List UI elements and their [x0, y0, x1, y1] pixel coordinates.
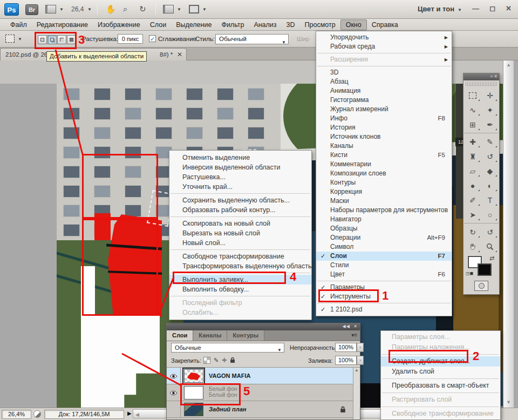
selection-menu-item-2[interactable]: Растушевка... [169, 172, 311, 182]
menubar-item-2[interactable]: Изображение [93, 20, 145, 30]
pen-tool[interactable]: ✐ [464, 193, 481, 207]
close-button[interactable]: ✕ [506, 4, 512, 12]
panel-collapse-icon[interactable]: » ✕ [464, 73, 499, 80]
style-dropdown[interactable]: Обычный ▼ [215, 34, 289, 44]
window-menu-item-6[interactable]: Абзац [316, 77, 452, 86]
selection-menu-item-18[interactable]: Последний фильтр [169, 298, 311, 308]
shape-tool[interactable]: ○ [481, 207, 499, 222]
layer-name[interactable]: Задний план [209, 406, 246, 412]
selection-menu-item-0[interactable]: Отменить выделение [169, 153, 311, 162]
clone-stamp-tool[interactable]: ♜ [464, 149, 481, 164]
selection-menu-item-10[interactable]: Новый слой... [169, 238, 311, 248]
blend-mode-dropdown[interactable]: Обычные ▼ [171, 343, 284, 353]
feather-input[interactable]: 0 пикс [118, 34, 143, 44]
fill-spinner-icon[interactable]: › [357, 356, 364, 365]
chevron-down-icon[interactable]: ▼ [87, 7, 92, 12]
status-arrow-icon[interactable]: ▶ [127, 410, 132, 416]
status-flyout-icon[interactable] [33, 410, 41, 418]
menubar-item-0[interactable]: Файл [5, 20, 32, 30]
panel-collapse-icon[interactable]: ◀◀ ✕ [167, 323, 360, 330]
menubar-item-7[interactable]: 3D [282, 20, 300, 30]
layer-visibility-eye-icon[interactable] [167, 368, 181, 384]
rotate-3d-tool[interactable]: ↻ [464, 225, 481, 239]
eraser-tool[interactable]: ▱ [464, 164, 481, 178]
panel-grip[interactable] [466, 82, 497, 86]
window-menu-item-24[interactable]: Символ [316, 242, 452, 252]
background-color-swatch[interactable] [478, 263, 492, 276]
zoom-level-value[interactable]: 26,4 [71, 5, 84, 13]
window-menu-item-27[interactable]: ЦветF6 [316, 270, 452, 279]
healing-brush-tool[interactable]: ✚ [464, 134, 481, 149]
opacity-spinner-icon[interactable]: › [357, 343, 364, 352]
window-menu-item-23[interactable]: ОперацииAlt+F9 [316, 233, 452, 242]
layers-tab-1[interactable]: Каналы [193, 330, 227, 341]
menubar-item-1[interactable]: Редактирование [32, 20, 93, 30]
window-menu-item-17[interactable]: Контуры [316, 178, 452, 187]
layer-menu-item-10[interactable]: Свободное трансформирование [381, 409, 500, 419]
window-menu-item-12[interactable]: Источник клонов [316, 132, 452, 141]
chevron-down-icon[interactable]: ▼ [202, 7, 207, 12]
blur-tool[interactable]: ● [464, 178, 481, 193]
selection-menu-item-16[interactable]: Выполнить обводку... [169, 284, 311, 294]
layers-scrollbar[interactable]: ▲ [353, 368, 360, 419]
window-menu-item-0[interactable]: Упорядочить▶ [316, 33, 452, 42]
selection-menu-item-6[interactable]: Образовать рабочий контур... [169, 205, 311, 215]
layer-menu-item-8[interactable]: Растрировать слой [381, 395, 500, 405]
selection-menu-item-9[interactable]: Вырезать на новый слой [169, 228, 311, 238]
window-menu-item-26[interactable]: Стили [316, 261, 452, 270]
menubar-item-4[interactable]: Выделение [171, 20, 216, 30]
view-extras-icon[interactable] [45, 5, 56, 13]
arrange-documents-icon[interactable] [163, 5, 174, 13]
selection-menu-item-5[interactable]: Сохранить выделенную область... [169, 195, 311, 205]
menubar-item-5[interactable]: Фильтр [216, 20, 249, 30]
chevron-down-icon[interactable]: ▼ [177, 7, 181, 12]
quick-mask-button[interactable] [474, 281, 488, 291]
window-menu-item-19[interactable]: Маски [316, 197, 452, 206]
fill-value[interactable]: 100% [335, 356, 357, 365]
crop-tool[interactable]: ⊞ [464, 117, 481, 132]
vertical-scrollbar[interactable]: ▲ ▼ [503, 60, 514, 409]
chevron-down-icon[interactable]: ▼ [458, 8, 462, 12]
dodge-tool[interactable]: ◐ [481, 178, 499, 193]
window-menu-item-20[interactable]: Наборы параметров для инструментов [316, 206, 452, 215]
window-menu-item-11[interactable]: История [316, 123, 452, 132]
lock-paint-icon[interactable]: ✎ [214, 357, 219, 364]
window-menu-item-9[interactable]: Журнал измерений [316, 105, 452, 114]
antialias-checkbox[interactable]: ✓ [149, 35, 156, 42]
window-menu-item-32[interactable]: ✓1 2102.psd [316, 305, 452, 314]
chevron-down-icon[interactable]: ▼ [59, 7, 64, 12]
hand-tool-icon[interactable]: ✋ [106, 4, 116, 14]
layer-row-0[interactable]: VAGON MAFIA [167, 368, 360, 384]
window-menu-item-16[interactable]: Композиции слоев [316, 169, 452, 178]
menubar-item-9[interactable]: Окно [340, 19, 367, 30]
menubar-item-3[interactable]: Слои [145, 20, 171, 30]
layer-menu-item-6[interactable]: Преобразовать в смарт-объект [381, 381, 500, 391]
layer-thumbnail[interactable] [184, 369, 203, 383]
tab-close-icon[interactable]: ✕ [177, 51, 182, 58]
paint-bucket-tool[interactable]: ◆ [481, 164, 499, 178]
window-menu-item-18[interactable]: Коррекция [316, 187, 452, 197]
rotate-view-icon[interactable]: ↻ [139, 4, 146, 14]
window-menu-item-22[interactable]: Образцы [316, 224, 452, 233]
panel-menu-icon[interactable]: ▾≡ [351, 332, 357, 338]
selection-menu-item-3[interactable]: Уточнить край... [169, 182, 311, 192]
eyedropper-tool[interactable]: ✒ [481, 117, 499, 132]
rect-marquee-tool[interactable] [464, 88, 481, 103]
menubar-item-10[interactable]: Справка [367, 20, 403, 30]
window-menu-item-25[interactable]: ✓СлоиF7 [316, 252, 452, 261]
opacity-value[interactable]: 100% [335, 343, 357, 352]
status-zoom-field[interactable]: 26,4% [2, 410, 31, 419]
bridge-button[interactable]: Br [25, 4, 38, 15]
window-menu-item-7[interactable]: Анимация [316, 86, 452, 96]
layers-tab-2[interactable]: Контуры [227, 330, 264, 341]
layer-visibility-eye-icon[interactable] [167, 384, 181, 401]
minimize-button[interactable]: — [472, 4, 479, 12]
menubar-item-6[interactable]: Анализ [249, 20, 281, 30]
scroll-down-icon[interactable]: ▼ [506, 399, 511, 405]
zoom-tool[interactable] [481, 239, 499, 254]
magic-wand-tool[interactable]: ✦ [481, 103, 499, 117]
selection-menu-item-19[interactable]: Ослабить... [169, 308, 311, 317]
window-menu-item-1[interactable]: Рабочая среда▶ [316, 42, 452, 51]
selection-menu-item-1[interactable]: Инверсия выделенной области [169, 162, 311, 172]
selection-menu-item-8[interactable]: Скопировать на новый слой [169, 219, 311, 228]
